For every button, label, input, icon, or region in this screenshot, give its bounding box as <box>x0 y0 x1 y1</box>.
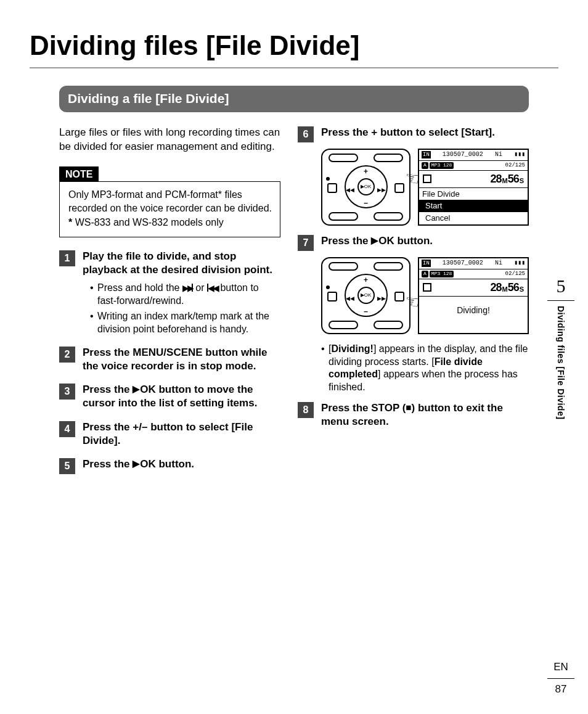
play-icon <box>133 457 140 470</box>
step-4-title: Press the +/– button to select [File Div… <box>83 421 280 448</box>
step-6-title: Press the + button to select [Start]. <box>321 126 529 139</box>
step-number: 2 <box>59 347 75 363</box>
fast-forward-icon <box>182 282 193 295</box>
step-number: 7 <box>298 235 314 251</box>
side-tab: 5 Dividing files [File Divide] <box>547 274 574 419</box>
step-6: 6 Press the + button to select [Start]. <box>298 126 529 142</box>
section-heading: Dividing a file [File Divide] <box>59 86 529 112</box>
lcd-screen-dividing: IN130507_0002Ni▮▮▮ AMP3 12802/125 28M56S… <box>418 257 529 334</box>
section-label-vertical: Dividing files [File Divide] <box>555 306 567 419</box>
language-code: EN <box>547 660 574 679</box>
step-1-title: Play the file to divide, and stop playba… <box>83 250 280 277</box>
step-6-figures: ▶OK +– ◀◀▶▶ ☞ IN130507_0002Ni▮▮▮ AMP3 12… <box>321 149 529 226</box>
step-2: 2 Press the MENU/SCENE button while the … <box>59 346 280 375</box>
chapter-number: 5 <box>547 274 574 301</box>
step-number: 3 <box>59 384 75 400</box>
step-number: 6 <box>298 126 314 142</box>
step-3: 3 Press the OK button to move the cursor… <box>59 383 280 413</box>
stop-icon <box>406 401 411 414</box>
page-footer: EN 87 <box>547 660 574 697</box>
left-column: Large files or files with long recording… <box>59 126 280 482</box>
stop-icon <box>423 283 431 292</box>
step-7-title: Press the OK button. <box>321 234 529 248</box>
note-label: NOTE <box>59 166 99 183</box>
step-number: 1 <box>59 250 75 266</box>
note-block: NOTE Only MP3-format and PCM-format* fil… <box>59 166 280 237</box>
recorder-diagram: ▶OK +– ◀◀▶▶ ☞ <box>321 149 410 226</box>
step-2-title: Press the MENU/SCENE button while the vo… <box>83 346 280 373</box>
step-8: 8 Press the STOP () button to exit the m… <box>298 401 529 432</box>
step-7-bullet: [Dividing!] appears in the display, and … <box>321 343 529 394</box>
step-5-title: Press the OK button. <box>83 458 280 472</box>
step-1: 1 Play the file to divide, and stop play… <box>59 250 280 339</box>
page-number: 87 <box>547 683 574 697</box>
note-box: Only MP3-format and PCM-format* files re… <box>59 181 280 237</box>
note-line-2: * WS-833 and WS-832 models only <box>68 216 272 229</box>
step-1-bullet-2: Writing an index mark/temp mark at the d… <box>90 310 280 336</box>
step-number: 8 <box>298 402 314 418</box>
play-icon <box>371 234 378 247</box>
intro-text: Large files or files with long recording… <box>59 126 280 154</box>
step-1-bullet-1: Press and hold the or button to fast-for… <box>90 282 280 308</box>
step-7: 7 Press the OK button. <box>298 234 529 251</box>
title-rule <box>30 67 558 68</box>
step-5: 5 Press the OK button. <box>59 458 280 474</box>
step-number: 5 <box>59 458 75 474</box>
content-grid: Large files or files with long recording… <box>59 126 529 482</box>
note-line-1: Only MP3-format and PCM-format* files re… <box>68 188 272 215</box>
page-title: Dividing files [File Divide] <box>30 27 558 64</box>
step-8-title: Press the STOP () button to exit the men… <box>321 401 529 429</box>
step-4: 4 Press the +/– button to select [File D… <box>59 421 280 450</box>
right-column: 6 Press the + button to select [Start]. … <box>298 126 529 482</box>
rewind-icon <box>207 282 218 295</box>
stop-icon <box>423 174 431 183</box>
play-icon <box>133 382 140 396</box>
recorder-diagram: ▶OK +– ◀◀▶▶ ☞ <box>321 257 410 334</box>
step-3-title: Press the OK button to move the cursor i… <box>83 383 280 411</box>
lcd-screen-file-divide-menu: IN130507_0002Ni▮▮▮ AMP3 12802/125 28M56S… <box>418 149 529 226</box>
step-number: 4 <box>59 421 75 437</box>
step-7-figures: ▶OK +– ◀◀▶▶ ☞ IN130507_0002Ni▮▮▮ AMP3 12… <box>321 257 529 334</box>
